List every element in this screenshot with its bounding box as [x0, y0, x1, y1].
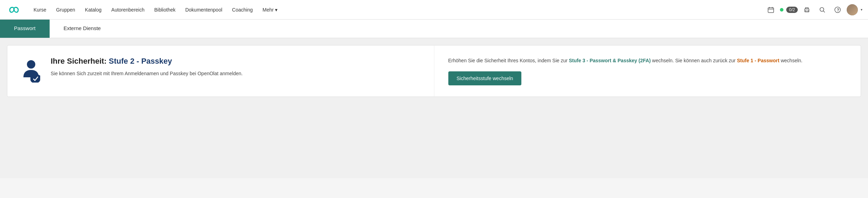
search-icon-button[interactable]	[816, 3, 829, 16]
security-left: Ihre Sicherheit: Stufe 2 - Passkey Sie k…	[7, 45, 434, 97]
security-icon	[21, 58, 42, 84]
svg-text:?: ?	[837, 8, 839, 13]
tab-passwort[interactable]: Passwort	[0, 20, 50, 38]
help-icon-button[interactable]: ?	[831, 3, 844, 16]
nav-gruppen[interactable]: Gruppen	[52, 4, 79, 15]
svg-point-6	[820, 7, 824, 11]
calendar-icon-button[interactable]	[765, 3, 777, 16]
svg-point-10	[27, 60, 35, 69]
status-dot	[780, 8, 783, 12]
svg-line-7	[824, 11, 825, 12]
nav-dokumentenpool[interactable]: Dokumentenpool	[181, 4, 226, 15]
navbar: Kurse Gruppen Katalog Autorenbereich Bib…	[0, 0, 868, 20]
chevron-down-icon: ▾	[275, 7, 277, 13]
nav-coaching[interactable]: Coaching	[228, 4, 257, 15]
avatar[interactable]	[847, 4, 858, 15]
navbar-links: Kurse Gruppen Katalog Autorenbereich Bib…	[29, 4, 765, 15]
security-right: Erhöhen Sie die Sicherheit Ihres Kontos,…	[434, 45, 861, 97]
nav-mehr[interactable]: Mehr ▾	[258, 4, 282, 15]
security-description: Sie können Sich zurzeit mit Ihrem Anmeld…	[51, 70, 243, 77]
nav-katalog[interactable]: Katalog	[81, 4, 106, 15]
security-title: Ihre Sicherheit: Stufe 2 - Passkey	[51, 57, 243, 66]
nav-bibliothek[interactable]: Bibliothek	[150, 4, 180, 15]
avatar-dropdown-caret[interactable]: ▾	[861, 8, 862, 12]
main-content: Ihre Sicherheit: Stufe 2 - Passkey Sie k…	[0, 38, 868, 178]
security-card: Ihre Sicherheit: Stufe 2 - Passkey Sie k…	[7, 45, 861, 97]
nav-autorenbereich[interactable]: Autorenbereich	[107, 4, 149, 15]
tab-externe-dienste[interactable]: Externe Dienste	[50, 20, 115, 38]
svg-rect-5	[805, 10, 808, 12]
security-text: Ihre Sicherheit: Stufe 2 - Passkey Sie k…	[51, 57, 243, 77]
svg-rect-0	[768, 8, 774, 13]
counter-badge[interactable]: 0/2	[786, 7, 798, 13]
change-security-level-button[interactable]: Sicherheitsstufe wechseln	[448, 71, 522, 85]
logo[interactable]	[6, 5, 22, 15]
navbar-right: 0/2 ? ▾	[765, 3, 862, 16]
nav-kurse[interactable]: Kurse	[29, 4, 51, 15]
tabs-bar: Passwort Externe Dienste	[0, 20, 868, 38]
security-upgrade-text: Erhöhen Sie die Sicherheit Ihres Kontos,…	[448, 57, 847, 64]
print-icon-button[interactable]	[801, 3, 813, 16]
